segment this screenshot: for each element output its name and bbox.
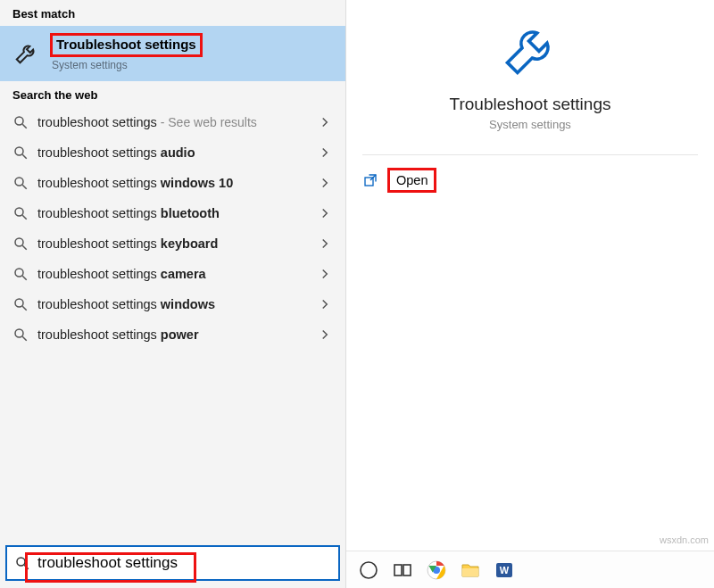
open-label: Open xyxy=(396,173,428,187)
web-result-label: troubleshoot settings keyboard xyxy=(37,236,308,251)
svg-point-4 xyxy=(15,178,23,186)
chevron-right-icon xyxy=(317,266,333,282)
chevron-right-icon xyxy=(317,327,333,343)
wrench-icon xyxy=(500,20,560,80)
search-icon xyxy=(12,175,29,191)
search-icon xyxy=(14,555,30,571)
web-results-list: troubleshoot settings - See web resultst… xyxy=(0,107,345,350)
svg-line-9 xyxy=(22,246,27,251)
annotation-highlight: Troubleshoot settings xyxy=(50,33,203,57)
chevron-right-icon xyxy=(317,175,333,191)
web-result-item[interactable]: troubleshoot settings windows xyxy=(0,289,345,319)
svg-point-10 xyxy=(15,269,23,277)
svg-line-17 xyxy=(24,565,29,569)
web-result-item[interactable]: troubleshoot settings windows 10 xyxy=(0,168,345,198)
chevron-right-icon xyxy=(317,205,333,221)
wrench-icon xyxy=(12,38,41,67)
svg-line-3 xyxy=(22,155,27,160)
svg-rect-21 xyxy=(403,565,411,576)
best-match-subtitle: System settings xyxy=(50,57,203,73)
chevron-right-icon xyxy=(317,296,333,312)
preview-panel: Troubleshoot settings System settings Op… xyxy=(346,0,714,588)
search-icon xyxy=(12,114,29,130)
web-result-item[interactable]: troubleshoot settings keyboard xyxy=(0,228,345,259)
svg-line-1 xyxy=(22,125,27,129)
svg-point-8 xyxy=(15,238,23,246)
open-action[interactable]: Open xyxy=(346,155,714,205)
svg-point-6 xyxy=(15,208,23,216)
web-result-label: troubleshoot settings windows xyxy=(37,297,308,311)
file-explorer-icon[interactable] xyxy=(459,559,482,582)
search-web-header: Search the web xyxy=(0,81,345,107)
preview-header: Troubleshoot settings System settings xyxy=(362,0,698,155)
chevron-right-icon xyxy=(317,145,333,161)
best-match-item[interactable]: Troubleshoot settings System settings xyxy=(0,26,345,81)
web-result-label: troubleshoot settings audio xyxy=(37,145,308,160)
web-result-label: troubleshoot settings - See web results xyxy=(37,115,308,129)
search-icon xyxy=(12,145,29,161)
task-view-icon[interactable] xyxy=(391,559,414,582)
search-icon xyxy=(12,205,29,221)
web-result-item[interactable]: troubleshoot settings camera xyxy=(0,259,345,289)
taskbar: W xyxy=(346,551,714,588)
chevron-right-icon xyxy=(317,236,333,252)
best-match-title: Troubleshoot settings xyxy=(56,37,196,52)
cortana-icon[interactable] xyxy=(357,559,380,582)
search-bar[interactable] xyxy=(5,545,340,581)
web-result-label: troubleshoot settings power xyxy=(37,327,308,342)
annotation-highlight: Open xyxy=(387,168,436,193)
search-icon xyxy=(12,266,29,282)
web-result-item[interactable]: troubleshoot settings - See web results xyxy=(0,107,345,137)
word-icon[interactable]: W xyxy=(493,559,516,582)
svg-text:W: W xyxy=(500,565,510,576)
svg-line-11 xyxy=(22,277,27,281)
best-match-header: Best match xyxy=(0,0,345,26)
open-external-icon xyxy=(362,172,378,188)
search-icon xyxy=(12,236,29,252)
svg-line-15 xyxy=(22,337,27,342)
svg-point-14 xyxy=(15,329,23,337)
web-result-item[interactable]: troubleshoot settings bluetooth xyxy=(0,198,345,228)
web-result-label: troubleshoot settings windows 10 xyxy=(37,176,308,190)
chrome-icon[interactable] xyxy=(425,559,448,582)
search-results-panel: Best match Troubleshoot settings System … xyxy=(0,0,346,588)
web-result-label: troubleshoot settings bluetooth xyxy=(37,206,308,220)
preview-title: Troubleshoot settings xyxy=(450,95,611,114)
web-result-label: troubleshoot settings camera xyxy=(37,267,308,281)
search-icon xyxy=(12,296,29,312)
svg-point-2 xyxy=(15,147,23,155)
svg-rect-24 xyxy=(462,568,478,576)
svg-point-0 xyxy=(15,117,23,125)
svg-point-16 xyxy=(17,558,25,566)
chevron-right-icon xyxy=(317,114,333,130)
svg-rect-20 xyxy=(394,565,402,576)
search-input[interactable] xyxy=(37,554,331,572)
svg-point-12 xyxy=(15,299,23,307)
web-result-item[interactable]: troubleshoot settings power xyxy=(0,319,345,350)
web-result-item[interactable]: troubleshoot settings audio xyxy=(0,137,345,168)
search-icon xyxy=(12,327,29,343)
watermark: wsxdn.com xyxy=(660,534,709,545)
svg-line-7 xyxy=(22,216,27,220)
svg-line-5 xyxy=(22,186,27,190)
preview-subtitle: System settings xyxy=(489,118,571,131)
svg-line-13 xyxy=(22,307,27,311)
svg-point-19 xyxy=(361,562,377,578)
